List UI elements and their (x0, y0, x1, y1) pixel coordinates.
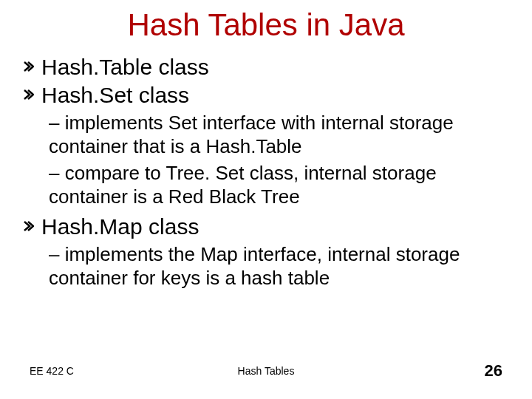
bullet-text: Hash.Table class (41, 55, 209, 80)
footer-left: EE 422 C (30, 365, 74, 377)
bullet-item: Hash.Table class (22, 55, 510, 80)
sub-bullet-text: – compare to Tree. Set class, internal s… (49, 161, 510, 208)
bullet-text: Hash.Set class (41, 83, 189, 108)
page-number: 26 (485, 361, 502, 381)
chevron-icon (22, 214, 35, 239)
footer: EE 422 C Hash Tables 26 (0, 365, 532, 377)
sub-bullet: – implements Set interface with internal… (49, 111, 510, 158)
chevron-icon (22, 83, 35, 108)
sub-bullet-text: – implements Set interface with internal… (49, 111, 510, 158)
bullet-item: Hash.Set class (22, 83, 510, 108)
slide: Hash Tables in Java Hash.Table class Has… (0, 0, 532, 399)
chevron-icon (22, 55, 35, 80)
sub-bullet-text: – implements the Map interface, internal… (49, 242, 510, 290)
bullet-text: Hash.Map class (41, 214, 199, 239)
slide-title: Hash Tables in Java (22, 7, 510, 43)
bullet-item: Hash.Map class (22, 214, 510, 239)
sub-bullet: – implements the Map interface, internal… (49, 242, 510, 290)
footer-center: Hash Tables (0, 365, 532, 377)
sub-bullet: – compare to Tree. Set class, internal s… (49, 161, 510, 208)
